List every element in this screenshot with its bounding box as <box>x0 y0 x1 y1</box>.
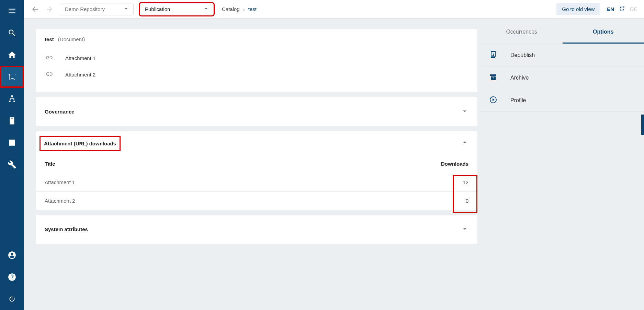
col-title: Title <box>36 155 263 173</box>
option-archive[interactable]: Archive <box>481 67 644 89</box>
search-nav[interactable] <box>0 22 24 44</box>
cell-count: 0 <box>263 192 477 210</box>
hierarchy-nav[interactable] <box>0 88 24 110</box>
col-downloads: Downloads <box>263 155 477 173</box>
governance-title: Governance <box>45 109 75 115</box>
scroll-indicator <box>641 115 644 135</box>
tab-occurrences[interactable]: Occurrences <box>481 29 563 44</box>
link-icon <box>45 70 53 79</box>
cell-count: 12 <box>263 173 477 192</box>
help-nav[interactable] <box>0 266 24 288</box>
breadcrumb-current[interactable]: test <box>248 6 257 12</box>
chevron-right-icon: › <box>243 6 245 12</box>
old-view-button[interactable]: Go to old view <box>556 3 600 15</box>
system-attributes-toggle[interactable]: System attributes <box>36 215 477 244</box>
downloads-table: Title Downloads Attachment 1 12 Attachme… <box>36 155 477 210</box>
option-depublish[interactable]: Depublish <box>481 44 644 67</box>
language-switcher: EN DE <box>607 5 637 13</box>
cell-title: Attachment 1 <box>36 173 263 192</box>
right-panel: Occurrences Options Depublish Archive Pr… <box>481 19 644 310</box>
chevron-down-icon <box>202 5 210 13</box>
swap-icon[interactable] <box>619 5 625 13</box>
option-label: Profile <box>510 97 526 104</box>
system-attributes-title: System attributes <box>45 226 88 232</box>
option-label: Archive <box>510 75 529 81</box>
home-nav[interactable] <box>0 44 24 66</box>
chevron-up-icon[interactable] <box>461 139 468 147</box>
user-nav[interactable] <box>0 244 24 266</box>
chevron-down-icon <box>122 5 130 13</box>
svg-rect-0 <box>490 74 496 76</box>
nav-forward <box>45 5 54 13</box>
governance-toggle[interactable]: Governance <box>36 97 477 126</box>
repository-dropdown[interactable]: Demo Repository <box>60 3 134 15</box>
chevron-down-icon <box>461 225 468 234</box>
main: Demo Repository Publication Catalog › te… <box>24 0 644 310</box>
option-label: Depublish <box>510 52 535 58</box>
depublish-icon <box>489 50 497 60</box>
nav-back[interactable] <box>31 5 39 13</box>
catalog-nav[interactable] <box>0 66 24 88</box>
stage-dropdown-label: Publication <box>145 6 170 12</box>
right-tabs: Occurrences Options <box>481 29 644 44</box>
table-row: Attachment 2 0 <box>36 192 477 210</box>
chevron-down-icon <box>461 107 468 116</box>
repository-dropdown-label: Demo Repository <box>65 6 105 12</box>
clipboard-nav[interactable] <box>0 110 24 132</box>
attachment-downloads-title: Attachment (URL) downloads <box>41 137 120 150</box>
attachment-label: Attachment 1 <box>65 55 95 61</box>
attachment-label: Attachment 2 <box>65 72 95 78</box>
breadcrumb-root[interactable]: Catalog <box>222 6 240 12</box>
attachment-item[interactable]: Attachment 1 <box>45 50 468 66</box>
lang-active[interactable]: EN <box>607 6 614 12</box>
document-card: test (Document) Attachment 1 Attachment … <box>36 29 477 92</box>
power-nav[interactable] <box>0 288 24 310</box>
lang-inactive[interactable]: DE <box>630 6 637 12</box>
link-icon <box>45 53 53 63</box>
document-type: (Document) <box>58 36 85 42</box>
archive-icon <box>489 73 497 83</box>
table-row: Attachment 1 12 <box>36 173 477 192</box>
document-title: test <box>45 36 54 42</box>
document-header: test (Document) <box>36 29 477 50</box>
tab-options[interactable]: Options <box>563 29 644 44</box>
stage-dropdown[interactable]: Publication <box>140 3 214 15</box>
attachment-downloads-section: Attachment (URL) downloads Title Downloa… <box>36 131 477 210</box>
hamburger-menu[interactable] <box>0 0 24 22</box>
sidebar <box>0 0 24 310</box>
governance-section: Governance <box>36 97 477 126</box>
dashboard-nav[interactable] <box>0 132 24 154</box>
profile-icon <box>489 96 497 105</box>
system-attributes-section: System attributes <box>36 215 477 244</box>
center-column: test (Document) Attachment 1 Attachment … <box>24 19 481 310</box>
cell-title: Attachment 2 <box>36 192 263 210</box>
topbar: Demo Repository Publication Catalog › te… <box>24 0 644 19</box>
breadcrumb: Catalog › test <box>222 6 257 12</box>
option-profile[interactable]: Profile <box>481 89 644 112</box>
settings-nav[interactable] <box>0 154 24 176</box>
attachment-item[interactable]: Attachment 2 <box>45 66 468 83</box>
